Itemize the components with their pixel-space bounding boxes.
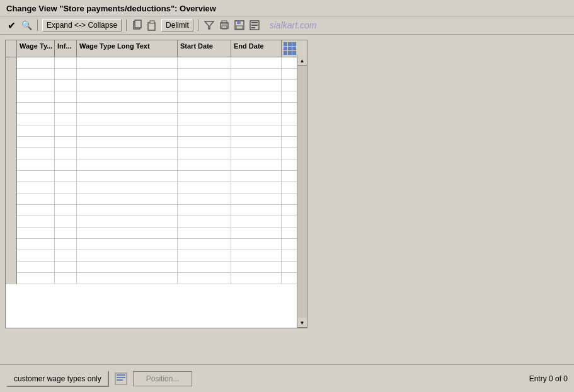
long-text-cell[interactable] (77, 239, 178, 250)
wage-type-cell[interactable] (17, 216, 55, 228)
inf-cell[interactable] (55, 205, 77, 216)
delimit-button[interactable]: Delimit (161, 19, 193, 32)
wage-type-cell[interactable] (17, 193, 55, 205)
start-date-cell[interactable] (178, 262, 231, 273)
inf-cell[interactable] (55, 239, 77, 250)
long-text-cell[interactable] (77, 216, 178, 228)
start-date-cell[interactable] (178, 159, 231, 171)
end-date-cell[interactable] (231, 216, 282, 228)
search-icon[interactable]: 🔍 (20, 19, 33, 32)
start-date-cell[interactable] (178, 137, 231, 148)
long-text-cell[interactable] (77, 114, 178, 125)
inf-cell[interactable] (55, 137, 77, 148)
table-row[interactable] (6, 250, 307, 262)
wage-type-cell[interactable] (17, 148, 55, 159)
save-icon[interactable] (233, 19, 246, 32)
long-text-cell[interactable] (77, 250, 178, 262)
check-icon[interactable]: ✔ (5, 19, 18, 32)
end-date-cell[interactable] (231, 193, 282, 205)
paste-icon[interactable] (146, 19, 159, 32)
start-date-cell[interactable] (178, 91, 231, 103)
long-text-cell[interactable] (77, 57, 178, 69)
inf-cell[interactable] (55, 273, 77, 284)
end-date-cell[interactable] (231, 239, 282, 250)
start-date-cell[interactable] (178, 193, 231, 205)
long-text-cell[interactable] (77, 171, 178, 182)
start-date-cell[interactable] (178, 103, 231, 114)
inf-cell[interactable] (55, 250, 77, 262)
long-text-cell[interactable] (77, 69, 178, 80)
inf-cell[interactable] (55, 69, 77, 80)
end-date-cell[interactable] (231, 103, 282, 114)
table-row[interactable] (6, 205, 307, 216)
wage-type-cell[interactable] (17, 159, 55, 171)
print-icon[interactable] (218, 19, 231, 32)
scroll-up-btn[interactable]: ▲ (297, 55, 307, 66)
inf-cell[interactable] (55, 171, 77, 182)
start-date-cell[interactable] (178, 216, 231, 228)
inf-cell[interactable] (55, 103, 77, 114)
col-header-end-date[interactable]: End Date (231, 40, 282, 57)
long-text-cell[interactable] (77, 125, 178, 137)
wage-type-cell[interactable] (17, 250, 55, 262)
wage-type-cell[interactable] (17, 273, 55, 284)
long-text-cell[interactable] (77, 193, 178, 205)
position-button[interactable]: Position... (133, 371, 193, 386)
wage-type-cell[interactable] (17, 205, 55, 216)
col-header-inf[interactable]: Inf... (55, 40, 77, 57)
col-header-start-date[interactable]: Start Date (178, 40, 231, 57)
end-date-cell[interactable] (231, 262, 282, 273)
inf-cell[interactable] (55, 216, 77, 228)
customer-wage-types-button[interactable]: customer wage types only (6, 371, 109, 387)
wage-type-cell[interactable] (17, 69, 55, 80)
inf-cell[interactable] (55, 228, 77, 239)
start-date-cell[interactable] (178, 273, 231, 284)
wage-type-cell[interactable] (17, 262, 55, 273)
start-date-cell[interactable] (178, 114, 231, 125)
long-text-cell[interactable] (77, 80, 178, 91)
start-date-cell[interactable] (178, 80, 231, 91)
filter-icon[interactable] (203, 19, 215, 32)
wage-type-cell[interactable] (17, 137, 55, 148)
inf-cell[interactable] (55, 91, 77, 103)
col-header-config-icon[interactable] (282, 40, 297, 57)
long-text-cell[interactable] (77, 159, 178, 171)
start-date-cell[interactable] (178, 171, 231, 182)
table-row[interactable] (6, 239, 307, 250)
table-row[interactable] (6, 171, 307, 182)
end-date-cell[interactable] (231, 80, 282, 91)
end-date-cell[interactable] (231, 148, 282, 159)
wage-type-cell[interactable] (17, 182, 55, 193)
start-date-cell[interactable] (178, 228, 231, 239)
inf-cell[interactable] (55, 262, 77, 273)
long-text-cell[interactable] (77, 205, 178, 216)
table-row[interactable] (6, 125, 307, 137)
end-date-cell[interactable] (231, 228, 282, 239)
vertical-scrollbar[interactable]: ▲ ▼ (297, 55, 307, 328)
expand-collapse-button[interactable]: Expand <-> Collapse (42, 19, 122, 32)
end-date-cell[interactable] (231, 91, 282, 103)
start-date-cell[interactable] (178, 205, 231, 216)
inf-cell[interactable] (55, 159, 77, 171)
table-row[interactable] (6, 148, 307, 159)
inf-cell[interactable] (55, 114, 77, 125)
end-date-cell[interactable] (231, 205, 282, 216)
end-date-cell[interactable] (231, 182, 282, 193)
inf-cell[interactable] (55, 80, 77, 91)
start-date-cell[interactable] (178, 57, 231, 69)
inf-cell[interactable] (55, 193, 77, 205)
wage-type-cell[interactable] (17, 80, 55, 91)
copy-icon[interactable] (131, 19, 144, 32)
wage-type-cell[interactable] (17, 228, 55, 239)
start-date-cell[interactable] (178, 125, 231, 137)
long-text-cell[interactable] (77, 273, 178, 284)
table-row[interactable] (6, 228, 307, 239)
end-date-cell[interactable] (231, 69, 282, 80)
wage-type-cell[interactable] (17, 239, 55, 250)
inf-cell[interactable] (55, 125, 77, 137)
table-row[interactable] (6, 69, 307, 80)
wage-type-cell[interactable] (17, 57, 55, 69)
inf-cell[interactable] (55, 57, 77, 69)
table-row[interactable] (6, 57, 307, 69)
long-text-cell[interactable] (77, 103, 178, 114)
